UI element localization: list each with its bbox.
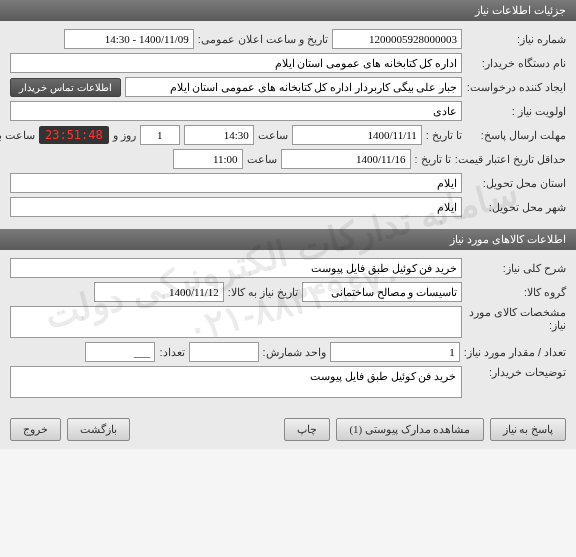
label-time2: ساعت [247, 153, 277, 166]
input-city[interactable] [10, 197, 462, 217]
label-general-desc: شرح کلی نیاز: [466, 262, 566, 275]
input-goods-group[interactable] [302, 282, 462, 302]
label-count: تعداد: [159, 346, 184, 359]
section2-header: اطلاعات کالاهای مورد نیاز [0, 229, 576, 250]
input-province[interactable] [10, 173, 462, 193]
label-goods-group: گروه کالا: [466, 286, 566, 299]
label-qty: تعداد / مقدار مورد نیاز: [464, 346, 566, 359]
label-unit: واحد شمارش: [263, 346, 326, 359]
input-validity-date[interactable] [281, 149, 411, 169]
input-count[interactable] [85, 342, 155, 362]
input-priority[interactable] [10, 101, 462, 121]
label-need-no: شماره نیاز: [466, 33, 566, 46]
input-unit[interactable] [189, 342, 259, 362]
attachments-button[interactable]: مشاهده مدارک پیوستی (1) [336, 418, 483, 441]
input-buyer-name[interactable] [10, 53, 462, 73]
label-to-date: تا تاریخ : [426, 129, 462, 142]
print-button[interactable]: چاپ [284, 418, 330, 441]
section1-body: شماره نیاز: تاریخ و ساعت اعلان عمومی: نا… [0, 21, 576, 229]
label-announce-dt: تاریخ و ساعت اعلان عمومی: [198, 33, 328, 46]
label-creator: ایجاد کننده درخواست: [466, 81, 566, 94]
label-time1: ساعت [258, 129, 288, 142]
label-province: استان محل تحویل: [466, 177, 566, 190]
input-days[interactable] [140, 125, 180, 145]
input-deadline-time[interactable] [184, 125, 254, 145]
label-remaining: ساعت باقی مانده [0, 129, 35, 142]
label-city: شهر محل تحویل: [466, 201, 566, 214]
section2-body: شرح کلی نیاز: گروه کالا: تاریخ نیاز به ک… [0, 250, 576, 410]
input-validity-time[interactable] [173, 149, 243, 169]
input-creator[interactable] [125, 77, 462, 97]
respond-button[interactable]: پاسخ به نیاز [490, 418, 567, 441]
countdown-timer: 23:51:48 [39, 126, 109, 144]
back-button[interactable]: بازگشت [67, 418, 130, 441]
section1-header: جزئیات اطلاعات نیاز [0, 0, 576, 21]
bottom-toolbar: پاسخ به نیاز مشاهده مدارک پیوستی (1) چاپ… [0, 410, 576, 449]
label-goods-spec: مشخصات کالای مورد نیاز: [466, 306, 566, 332]
input-qty[interactable] [330, 342, 460, 362]
input-announce-dt[interactable] [64, 29, 194, 49]
textarea-goods-spec[interactable] [10, 306, 462, 338]
input-need-date[interactable] [94, 282, 224, 302]
label-deadline: مهلت ارسال پاسخ: [466, 129, 566, 142]
label-validity: حداقل تاریخ اعتبار قیمت: [455, 153, 566, 166]
label-buyer-notes: توضیحات خریدار: [466, 366, 566, 379]
input-need-no[interactable] [332, 29, 462, 49]
label-need-date: تاریخ نیاز به کالا: [228, 286, 298, 299]
buyer-contact-button[interactable]: اطلاعات تماس خریدار [10, 78, 121, 97]
input-deadline-date[interactable] [292, 125, 422, 145]
exit-button[interactable]: خروج [10, 418, 61, 441]
label-priority: اولویت نیاز : [466, 105, 566, 118]
label-buyer-name: نام دستگاه خریدار: [466, 57, 566, 70]
textarea-buyer-notes[interactable] [10, 366, 462, 398]
input-general-desc[interactable] [10, 258, 462, 278]
label-to-date2: تا تاریخ : [415, 153, 451, 166]
label-days: روز و [113, 129, 136, 142]
